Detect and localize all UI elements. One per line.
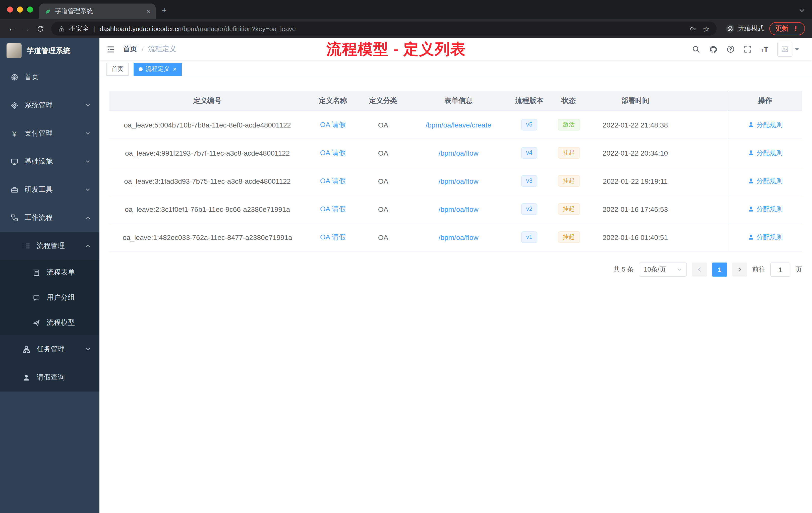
- close-window-button[interactable]: [7, 6, 13, 12]
- annotation-overlay: 流程模型 - 定义列表: [326, 40, 466, 58]
- assign-rule-label: 分配规则: [756, 176, 783, 185]
- sidebar-toggle-button[interactable]: [107, 45, 115, 54]
- prev-page-button[interactable]: [692, 263, 707, 277]
- status-badge: 挂起: [558, 147, 580, 159]
- sidebar-item-process-management[interactable]: 流程管理: [0, 232, 99, 260]
- table-header-row: 定义编号 定义名称 定义分类 表单信息 流程版本 状态 部署时间 操作: [110, 91, 802, 111]
- logo-title: 芋道管理系统: [27, 46, 70, 56]
- user-avatar-menu[interactable]: [777, 42, 799, 57]
- status-badge: 挂起: [558, 175, 580, 187]
- form-link[interactable]: /bpm/oa/leave/create: [426, 121, 491, 129]
- sidebar: 芋道管理系统 首页 系统管理 ¥ 支付管理: [0, 38, 99, 513]
- deploy-time: 2022-01-22 19:19:11: [590, 167, 680, 195]
- form-link[interactable]: /bpm/oa/flow: [439, 149, 478, 157]
- definition-id: oa_leave:2:3c1f0ef1-76b1-11ec-9c66-a2380…: [110, 195, 305, 223]
- zoom-window-button[interactable]: [27, 6, 33, 12]
- sidebar-item-process-model[interactable]: 流程模型: [0, 310, 99, 335]
- sidebar-item-label: 任务管理: [37, 345, 79, 354]
- definition-category: OA: [360, 111, 406, 139]
- sidebar-item-system[interactable]: 系统管理: [0, 91, 99, 119]
- url-path: /bpm/manager/definition?key=oa_leave: [182, 25, 296, 32]
- sidebar-item-devtools[interactable]: 研发工具: [0, 176, 99, 204]
- active-tag-dot: [139, 67, 143, 71]
- breadcrumb-home[interactable]: 首页: [123, 45, 137, 54]
- assign-rule-button[interactable]: 分配规则: [748, 205, 783, 214]
- definition-id: oa_leave:5:004b710b-7b8a-11ec-8ef0-acde4…: [110, 111, 305, 139]
- browser-update-button[interactable]: 更新 ⋮: [769, 22, 805, 35]
- status-badge: 激活: [558, 119, 580, 130]
- column-header: 操作: [728, 91, 802, 111]
- user-group-icon: [32, 294, 41, 301]
- definition-id: oa_leave:4:991f2193-7b7f-11ec-a3c8-acde4…: [110, 139, 305, 167]
- github-icon[interactable]: [709, 45, 717, 54]
- column-header: 定义名称: [305, 91, 360, 111]
- password-key-icon[interactable]: [689, 25, 697, 32]
- sidebar-item-workflow[interactable]: 工作流程: [0, 204, 99, 232]
- table-row: oa_leave:2:3c1f0ef1-76b1-11ec-9c66-a2380…: [110, 195, 802, 223]
- definition-name-link[interactable]: OA 请假: [320, 148, 346, 157]
- chevron-up-icon: [85, 243, 90, 248]
- sidebar-item-label: 流程管理: [37, 241, 79, 250]
- goto-label: 前往: [752, 265, 765, 274]
- assign-rule-button[interactable]: 分配规则: [748, 120, 783, 129]
- browser-toolbar: ← → 不安全 | dashboard.yudao.iocoder.cn/bpm…: [0, 19, 812, 38]
- back-button[interactable]: ←: [5, 22, 19, 36]
- deploy-time: 2022-01-22 20:34:10: [590, 139, 680, 167]
- tab-close-icon[interactable]: ×: [147, 7, 151, 15]
- sidebar-item-home[interactable]: 首页: [0, 63, 99, 91]
- form-link[interactable]: /bpm/oa/flow: [439, 233, 478, 241]
- security-warning-icon[interactable]: [58, 25, 65, 32]
- font-size-icon[interactable]: TT: [760, 46, 768, 53]
- sidebar-item-label: 工作流程: [25, 213, 79, 222]
- tag-process-definition[interactable]: 流程定义 ×: [134, 62, 181, 76]
- breadcrumb-current: 流程定义: [148, 45, 176, 54]
- sidebar-item-payment[interactable]: ¥ 支付管理: [0, 119, 99, 148]
- sidebar-item-user-group[interactable]: 用户分组: [0, 285, 99, 310]
- definition-category: OA: [360, 139, 406, 167]
- form-link[interactable]: /bpm/oa/flow: [439, 177, 478, 185]
- sidebar-item-process-form[interactable]: 流程表单: [0, 260, 99, 285]
- forward-button[interactable]: →: [19, 22, 33, 36]
- new-tab-button[interactable]: +: [162, 5, 167, 16]
- definition-name-link[interactable]: OA 请假: [320, 120, 346, 129]
- sidebar-item-infrastructure[interactable]: 基础设施: [0, 148, 99, 176]
- search-icon[interactable]: [692, 45, 700, 53]
- goto-page-input[interactable]: [770, 263, 790, 277]
- tab-search-icon[interactable]: [799, 7, 805, 13]
- next-page-button[interactable]: [732, 263, 747, 277]
- form-link[interactable]: /bpm/oa/flow: [439, 205, 478, 213]
- column-header: 定义分类: [360, 91, 406, 111]
- address-bar[interactable]: 不安全 | dashboard.yudao.iocoder.cn/bpm/man…: [51, 22, 717, 36]
- browser-tab[interactable]: 芋道管理系统 ×: [39, 3, 156, 19]
- browser-menu-icon[interactable]: ⋮: [792, 25, 799, 32]
- version-badge: v2: [521, 203, 537, 215]
- tag-close-icon[interactable]: ×: [173, 66, 176, 72]
- url-text: dashboard.yudao.iocoder.cn/bpm/manager/d…: [100, 25, 296, 32]
- avatar[interactable]: [777, 42, 792, 57]
- reload-button[interactable]: [33, 22, 47, 36]
- current-page-button[interactable]: 1: [712, 263, 727, 277]
- sidebar-item-task-management[interactable]: 任务管理: [0, 335, 99, 363]
- sidebar-item-leave-query[interactable]: 请假查询: [0, 363, 99, 392]
- tag-home[interactable]: 首页: [107, 62, 128, 76]
- help-icon[interactable]: [726, 45, 734, 53]
- definition-name-link[interactable]: OA 请假: [320, 176, 346, 185]
- assign-rule-button[interactable]: 分配规则: [748, 176, 783, 185]
- assign-rule-label: 分配规则: [756, 233, 783, 242]
- pagination: 共 5 条 10条/页 1 前往 页: [110, 263, 802, 277]
- url-host: dashboard.yudao.iocoder.cn: [100, 25, 182, 32]
- screen: 芋道管理系统 × + ← → 不安全 | dashboard.yudao.ioc…: [0, 0, 812, 513]
- chevron-down-icon: [85, 187, 90, 192]
- assign-rule-button[interactable]: 分配规则: [748, 148, 783, 157]
- page-size-select[interactable]: 10条/页: [639, 263, 687, 277]
- assign-rule-label: 分配规则: [756, 205, 783, 214]
- minimize-window-button[interactable]: [17, 6, 23, 12]
- sidebar-logo[interactable]: 芋道管理系统: [0, 38, 99, 63]
- deploy-time: 2022-01-22 21:48:38: [590, 111, 680, 139]
- assign-rule-button[interactable]: 分配规则: [748, 233, 783, 242]
- fullscreen-icon[interactable]: [744, 45, 752, 53]
- bookmark-star-icon[interactable]: ☆: [703, 25, 709, 32]
- definition-name-link[interactable]: OA 请假: [320, 233, 346, 242]
- definition-name-link[interactable]: OA 请假: [320, 205, 346, 214]
- sidebar-item-label: 首页: [25, 73, 90, 82]
